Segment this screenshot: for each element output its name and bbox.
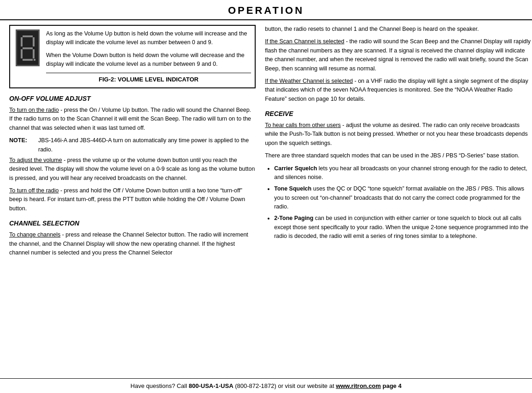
- turn-on-para: To turn on the radio - press the On / Vo…: [9, 106, 256, 133]
- footer-phone-normal: (800-872-1872) or visit our website at: [234, 382, 336, 389]
- figure-box: As long as the Volume Up button is held …: [9, 25, 256, 88]
- bullet-2tone-bold: 2-Tone Paging: [274, 215, 313, 221]
- seg-top-left: [21, 37, 23, 46]
- page-title: OPERATION: [0, 5, 532, 17]
- footer-phone-bold: 800-USA-1-USA: [189, 382, 234, 389]
- scan-channel-para: If the Scan Channel is selected - the ra…: [265, 37, 532, 73]
- squelch-intro: There are three standard squelch modes t…: [265, 151, 532, 160]
- weather-channel-para: If the Weather Channel is selected - on …: [265, 77, 532, 104]
- right-column: button, the radio resets to channel 1 an…: [265, 25, 532, 261]
- seg-bot: [23, 59, 33, 61]
- bullet-tone-text: uses the QC or DQC “tone squelch” format…: [274, 185, 524, 210]
- footer-text-before: Have questions? Call: [130, 382, 188, 389]
- note-label: NOTE:: [9, 136, 35, 154]
- text-continued: button, the radio resets to channel 1 an…: [265, 25, 532, 34]
- adjust-volume-para: To adjust the volume - press the volume …: [9, 156, 256, 183]
- figure-text-2: When the Volume Down button is held down…: [46, 51, 251, 69]
- change-channels-para: To change channels - press and release t…: [9, 231, 256, 257]
- note-text: JBS-146i-A and JBS-446D-A turn on automa…: [38, 136, 256, 154]
- section-receive-title: RECEIVE: [265, 110, 532, 117]
- figure-icon: [14, 29, 41, 66]
- footer-page-num: 4: [398, 382, 401, 389]
- bullet-2tone: 2-Tone Paging can be used in conjunction…: [274, 214, 532, 241]
- footer-website[interactable]: www.ritron.com: [336, 382, 381, 389]
- seg-bot-right: [33, 49, 35, 58]
- seg-mid: [23, 47, 33, 49]
- figure-caption: FIG-2: VOLUME LEVEL INDICATOR: [46, 73, 251, 84]
- page-footer: Have questions? Call 800-USA-1-USA (800-…: [0, 378, 532, 393]
- figure-text-block: As long as the Volume Up button is held …: [46, 29, 251, 84]
- bullet-tone-bold: Tone Squelch: [274, 185, 311, 192]
- content-area: As long as the Volume Up button is held …: [0, 20, 532, 266]
- bullet-carrier-bold: Carrier Squelch: [274, 165, 317, 172]
- footer-page-label2: page: [383, 382, 398, 389]
- seg-bot-left: [21, 49, 23, 58]
- bullet-tone: Tone Squelch uses the QC or DQC “tone sq…: [274, 185, 532, 211]
- turn-off-label: To turn off the radio: [9, 187, 58, 194]
- note-line: NOTE: JBS-146i-A and JBS-446D-A turn on …: [9, 136, 256, 154]
- hear-calls-para: To hear calls from other users - adjust …: [265, 121, 532, 148]
- section-channel-title: CHANNEL SELECTION: [9, 220, 256, 227]
- page-header: OPERATION: [0, 0, 532, 20]
- left-column: As long as the Volume Up button is held …: [9, 25, 256, 261]
- scan-channel-label: If the Scan Channel is selected: [265, 38, 344, 45]
- section-on-off-title: ON-OFF VOLUME ADJUST: [9, 95, 256, 102]
- turn-off-para: To turn off the radio - press and hold t…: [9, 186, 256, 213]
- page-container: OPERATION: [0, 0, 532, 393]
- weather-channel-label: If the Weather Channel is selected: [265, 78, 353, 84]
- change-channels-label: To change channels: [9, 231, 60, 238]
- seg-top-right: [33, 37, 35, 46]
- digit-inner: [21, 35, 35, 61]
- decimal-dot: [34, 59, 35, 61]
- digit-display: [16, 29, 40, 66]
- seg-top: [23, 35, 33, 37]
- figure-text-1: As long as the Volume Up button is held …: [46, 29, 251, 47]
- bullet-carrier: Carrier Squelch lets you hear all broadc…: [274, 164, 532, 182]
- squelch-bullets: Carrier Squelch lets you hear all broadc…: [274, 164, 532, 241]
- hear-calls-label: To hear calls from other users: [265, 122, 341, 128]
- adjust-volume-label: To adjust the volume: [9, 157, 62, 163]
- turn-on-label: To turn on the radio: [9, 107, 59, 113]
